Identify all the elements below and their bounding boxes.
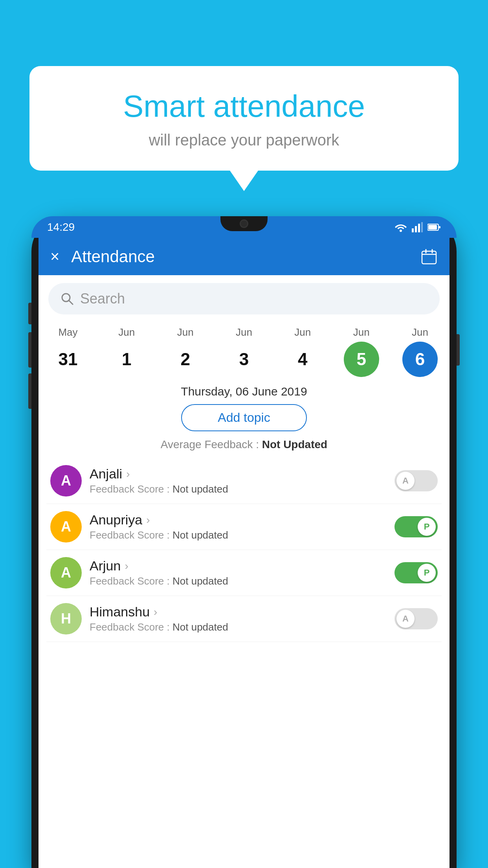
volume-down-button — [28, 332, 31, 368]
svg-point-0 — [400, 230, 402, 232]
cal-month-label: May — [58, 326, 77, 338]
chevron-right-icon: › — [146, 514, 150, 526]
attendance-toggle[interactable]: A — [394, 470, 438, 491]
calendar-day-1[interactable]: Jun1 — [103, 326, 150, 377]
student-list: AAnjali ›Feedback Score : Not updatedAAA… — [39, 458, 449, 642]
student-name: Anupriya › — [90, 512, 387, 528]
speech-bubble: Smart attendance will replace your paper… — [29, 66, 459, 171]
svg-rect-2 — [415, 226, 417, 232]
attendance-toggle[interactable]: P — [394, 516, 438, 537]
cal-month-label: Jun — [177, 326, 194, 338]
cal-date-number: 31 — [50, 342, 86, 377]
student-avatar: A — [50, 465, 82, 497]
cal-date-number: 5 — [344, 342, 379, 377]
power-button — [457, 334, 460, 366]
student-name: Arjun › — [90, 558, 387, 574]
cal-month-label: Jun — [412, 326, 428, 338]
chevron-right-icon: › — [125, 560, 128, 572]
calendar-day-5[interactable]: Jun5 — [338, 326, 385, 377]
student-item[interactable]: AArjun ›Feedback Score : Not updatedP — [46, 550, 442, 596]
calendar-day-6[interactable]: Jun6 — [396, 326, 444, 377]
student-feedback: Feedback Score : Not updated — [90, 575, 387, 587]
front-camera — [240, 219, 248, 228]
svg-rect-8 — [422, 251, 436, 264]
svg-rect-6 — [439, 226, 440, 228]
calendar-strip: May31Jun1Jun2Jun3Jun4Jun5Jun6 — [39, 322, 449, 383]
app-title: Attendance — [71, 247, 420, 266]
selected-date-label: Thursday, 06 June 2019 — [39, 385, 449, 398]
feedback-value: Not updated — [172, 483, 228, 495]
svg-rect-1 — [412, 228, 414, 232]
avg-feedback-value: Not Updated — [262, 438, 327, 451]
toggle-knob: P — [418, 564, 436, 582]
wifi-icon — [394, 222, 407, 232]
feedback-value: Not updated — [172, 575, 228, 587]
avg-feedback-label: Average Feedback : — [161, 438, 259, 451]
calendar-day-3[interactable]: Jun3 — [220, 326, 268, 377]
calendar-icon[interactable] — [420, 248, 438, 265]
toggle-knob: A — [396, 610, 415, 628]
cal-date-number: 4 — [285, 342, 320, 377]
speech-bubble-subtitle: will replace your paperwork — [49, 131, 439, 149]
cal-month-label: Jun — [294, 326, 311, 338]
calendar-day-4[interactable]: Jun4 — [279, 326, 326, 377]
cal-month-label: Jun — [353, 326, 370, 338]
student-avatar: A — [50, 557, 82, 588]
app-header: × Attendance — [39, 238, 449, 275]
phone-screen: × Attendance Search May31Jun1Jun2Jun3Jun… — [39, 238, 449, 868]
student-info: Anupriya ›Feedback Score : Not updated — [90, 512, 387, 541]
student-info: Arjun ›Feedback Score : Not updated — [90, 558, 387, 587]
status-time: 14:29 — [47, 221, 75, 234]
cal-date-number: 3 — [226, 342, 262, 377]
phone-notch — [220, 216, 268, 231]
silent-button — [28, 373, 31, 409]
cal-month-label: Jun — [118, 326, 135, 338]
student-feedback: Feedback Score : Not updated — [90, 483, 387, 495]
student-avatar: A — [50, 511, 82, 542]
student-feedback: Feedback Score : Not updated — [90, 529, 387, 541]
cal-month-label: Jun — [236, 326, 252, 338]
svg-rect-7 — [428, 225, 437, 230]
cal-date-number: 1 — [109, 342, 144, 377]
search-icon — [60, 292, 74, 306]
speech-bubble-title: Smart attendance — [49, 90, 439, 123]
student-item[interactable]: HHimanshu ›Feedback Score : Not updatedA — [46, 596, 442, 642]
search-placeholder: Search — [80, 291, 125, 307]
average-feedback: Average Feedback : Not Updated — [39, 438, 449, 451]
calendar-day-0[interactable]: May31 — [44, 326, 92, 377]
chevron-right-icon: › — [154, 606, 157, 618]
chevron-right-icon: › — [126, 468, 130, 480]
signal-icon — [412, 222, 423, 232]
svg-rect-4 — [421, 222, 423, 232]
attendance-toggle[interactable]: A — [394, 608, 438, 629]
status-icons — [394, 222, 441, 232]
student-name: Anjali › — [90, 466, 387, 482]
svg-rect-3 — [418, 224, 420, 232]
feedback-value: Not updated — [172, 529, 228, 541]
phone-frame: 14:29 × — [31, 216, 457, 868]
student-item[interactable]: AAnjali ›Feedback Score : Not updatedA — [46, 458, 442, 504]
toggle-knob: P — [418, 518, 436, 536]
calendar-day-2[interactable]: Jun2 — [162, 326, 209, 377]
feedback-value: Not updated — [172, 621, 228, 633]
student-info: Anjali ›Feedback Score : Not updated — [90, 466, 387, 495]
svg-line-13 — [69, 300, 73, 304]
battery-icon — [427, 223, 441, 231]
add-topic-button[interactable]: Add topic — [181, 404, 307, 431]
student-info: Himanshu ›Feedback Score : Not updated — [90, 604, 387, 633]
student-name: Himanshu › — [90, 604, 387, 620]
student-avatar: H — [50, 603, 82, 634]
toggle-knob: A — [396, 472, 415, 490]
attendance-toggle[interactable]: P — [394, 562, 438, 583]
volume-up-button — [28, 303, 31, 324]
cal-date-number: 6 — [402, 342, 438, 377]
student-feedback: Feedback Score : Not updated — [90, 621, 387, 633]
close-button[interactable]: × — [50, 248, 59, 265]
cal-date-number: 2 — [168, 342, 203, 377]
search-bar[interactable]: Search — [48, 283, 440, 314]
student-item[interactable]: AAnupriya ›Feedback Score : Not updatedP — [46, 504, 442, 550]
